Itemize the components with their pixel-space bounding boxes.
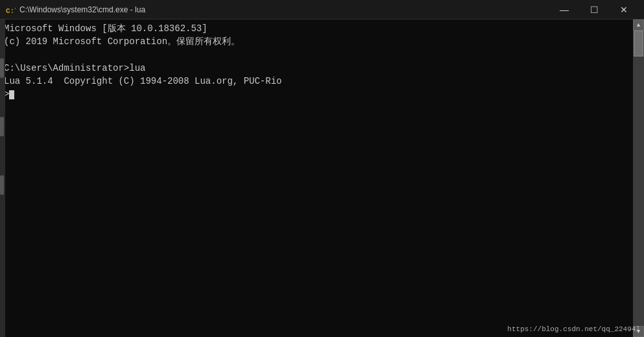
- console-prompt-line: >: [4, 88, 629, 101]
- title-bar-controls: — ☐ ✕: [549, 0, 639, 19]
- svg-text:C:\: C:\: [6, 7, 16, 15]
- maximize-button[interactable]: ☐: [579, 0, 609, 19]
- console-line-1: Microsoft Windows [版本 10.0.18362.53]: [4, 22, 629, 35]
- window-title: C:\Windows\system32\cmd.exe - lua: [19, 5, 145, 14]
- close-button[interactable]: ✕: [609, 0, 639, 19]
- minimize-button[interactable]: —: [549, 0, 579, 19]
- console-line-2: (c) 2019 Microsoft Corporation。保留所有权利。: [4, 35, 629, 48]
- left-dot-2: [0, 117, 4, 136]
- left-edge-decoration: [0, 19, 5, 337]
- watermark: https://blog.csdn.net/qq_22494l: [507, 325, 640, 333]
- scrollbar-track[interactable]: [633, 31, 644, 326]
- cmd-icon: C:\: [5, 5, 16, 15]
- left-dot-1: [0, 58, 4, 78]
- title-bar-left: C:\ C:\Windows\system32\cmd.exe - lua: [5, 5, 145, 15]
- title-bar: C:\ C:\Windows\system32\cmd.exe - lua — …: [0, 0, 644, 19]
- scrollbar[interactable]: ▲ ▼: [633, 19, 644, 337]
- scrollbar-thumb[interactable]: [634, 31, 643, 56]
- left-dot-3: [0, 175, 4, 195]
- console-line-4: C:\Users\Administrator>lua: [4, 62, 629, 75]
- scrollbar-up-arrow[interactable]: ▲: [633, 19, 644, 31]
- console-line-5: Lua 5.1.4 Copyright (C) 1994-2008 Lua.or…: [4, 75, 629, 88]
- console-area: Microsoft Windows [版本 10.0.18362.53] (c)…: [0, 19, 644, 337]
- console-content[interactable]: Microsoft Windows [版本 10.0.18362.53] (c)…: [0, 19, 633, 337]
- cursor: [9, 90, 14, 99]
- console-line-3: [4, 49, 629, 62]
